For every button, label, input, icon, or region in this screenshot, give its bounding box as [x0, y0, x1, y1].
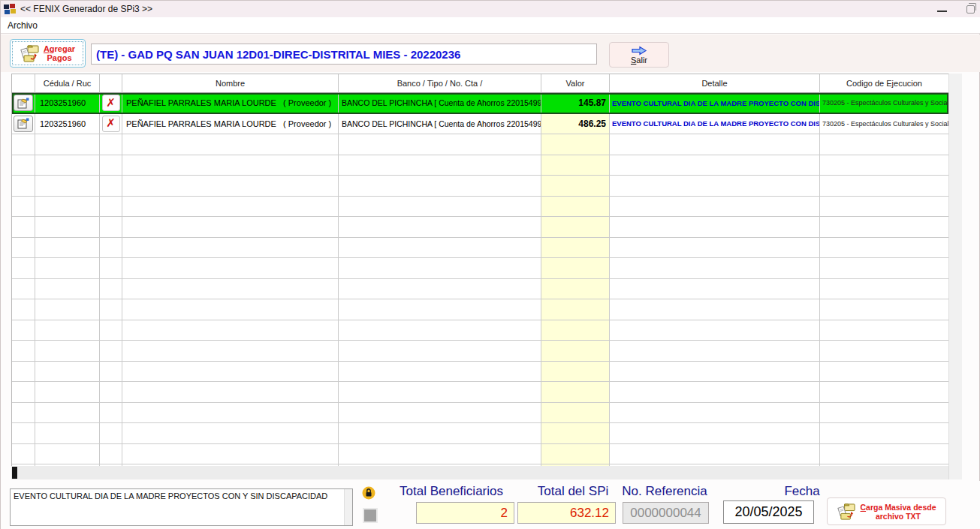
table-row[interactable]: 1203251960 ✗ PEÑAFIEL PARRALES MARIA LOU… [12, 114, 948, 135]
cell-nombre [122, 362, 339, 383]
cell-edit [12, 362, 35, 383]
cell-codigo [820, 341, 948, 362]
cell-delete [100, 258, 122, 279]
fecha-label: Fecha [768, 484, 836, 499]
cell-detalle [610, 279, 820, 300]
cell-detalle [610, 258, 820, 279]
cell-edit [12, 93, 35, 114]
grid-horizontal-scrollbar[interactable] [11, 466, 948, 479]
cell-banco [339, 238, 541, 259]
table-row[interactable] [12, 238, 948, 259]
cell-banco [339, 320, 541, 341]
table-row[interactable] [12, 362, 948, 383]
cell-nombre [122, 176, 339, 197]
table-row[interactable] [12, 197, 948, 218]
table-row[interactable] [12, 403, 948, 424]
table-row[interactable] [12, 258, 948, 279]
delete-row-button[interactable]: ✗ [102, 95, 120, 111]
table-row[interactable] [12, 155, 948, 176]
edit-form-icon [17, 118, 29, 129]
total-spi-field[interactable] [517, 502, 616, 524]
cell-cedula [35, 134, 100, 155]
cell-nombre: PEÑAFIEL PARRALES MARIA LOURDE ( Proveed… [122, 114, 339, 135]
cell-banco [339, 403, 541, 424]
delete-row-button[interactable]: ✗ [102, 116, 120, 132]
table-row[interactable] [12, 423, 948, 444]
menu-archivo[interactable]: Archivo [1, 19, 44, 32]
cell-banco: BANCO DEL PICHINCHA [ Cuenta de Ahorros … [339, 114, 541, 135]
cell-valor [541, 238, 610, 259]
table-row[interactable] [12, 444, 948, 465]
total-beneficiarios-field[interactable] [416, 502, 514, 524]
table-row[interactable] [12, 299, 948, 320]
toolbar: AgregarPagos Salir [1, 35, 980, 72]
window-title: << FENIX Generador de SPi3 >> [20, 4, 152, 14]
table-row[interactable] [12, 176, 948, 197]
minimize-button[interactable] [937, 11, 947, 12]
cell-nombre [122, 423, 339, 444]
cell-banco [339, 176, 541, 197]
cell-nombre [122, 155, 339, 176]
edit-row-button[interactable] [14, 116, 33, 132]
col-header-codigo: Codigo de Ejecucion [820, 74, 949, 93]
cell-edit [12, 299, 35, 320]
agregar-pagos-button[interactable]: AgregarPagos [10, 39, 86, 68]
cell-nombre: PEÑAFIEL PARRALES MARIA LOURDE ( Proveed… [122, 93, 339, 114]
menu-bar: Archivo [1, 17, 980, 34]
cell-valor [541, 444, 610, 465]
table-row[interactable] [12, 134, 948, 155]
table-row[interactable]: 1203251960 ✗ PEÑAFIEL PARRALES MARIA LOU… [12, 93, 948, 114]
table-row[interactable] [12, 341, 948, 362]
carga-masiva-button[interactable]: Carga Masiva desdearchivo TXT [827, 497, 946, 525]
cell-edit [12, 320, 35, 341]
col-header-nombre: Nombre [122, 74, 339, 93]
col-header-delete [100, 74, 122, 93]
fecha-field[interactable] [723, 500, 814, 524]
cell-valor [541, 258, 610, 279]
cell-codigo [820, 403, 948, 424]
cell-delete [100, 134, 122, 155]
cell-valor [541, 423, 610, 444]
cell-banco [339, 155, 541, 176]
cell-valor [541, 197, 610, 218]
detalle-textarea[interactable]: EVENTO CULTURAL DIA DE LA MADRE PROYECTO… [11, 489, 344, 525]
cell-edit [12, 258, 35, 279]
cell-codigo [820, 258, 948, 279]
gray-square-button[interactable] [363, 508, 378, 523]
agregar-pagos-label: AgregarPagos [44, 44, 75, 62]
scrollbar-thumb[interactable] [12, 467, 17, 479]
table-row[interactable] [12, 382, 948, 403]
cell-codigo [820, 444, 948, 465]
cell-valor [541, 320, 610, 341]
cell-codigo: 730205 - Espectáculos Culturales y Socia… [820, 114, 948, 135]
cell-codigo [820, 217, 948, 238]
cell-delete [100, 320, 122, 341]
cell-detalle [610, 217, 820, 238]
cell-nombre [122, 444, 339, 465]
entity-field[interactable] [91, 44, 597, 65]
carga-masiva-label: Carga Masiva desdearchivo TXT [861, 503, 936, 521]
salir-label: Salir [631, 56, 647, 65]
cell-detalle [610, 238, 820, 259]
grid-vertical-scrollbar[interactable] [948, 74, 962, 479]
app-window: << FENIX Generador de SPi3 >> Archivo [0, 0, 980, 529]
cell-banco [339, 341, 541, 362]
salir-button[interactable]: Salir [609, 42, 669, 68]
total-spi-label: Total del SPi [529, 484, 617, 499]
cell-delete [100, 341, 122, 362]
cell-banco [339, 197, 541, 218]
cell-delete [100, 155, 122, 176]
cell-banco [339, 217, 541, 238]
table-row[interactable] [12, 217, 948, 238]
edit-row-button[interactable] [14, 95, 33, 111]
cell-valor [541, 341, 610, 362]
cell-detalle [610, 320, 820, 341]
cell-valor [541, 155, 610, 176]
restore-button[interactable] [966, 5, 975, 14]
textarea-scrollbar[interactable] [344, 489, 352, 525]
cell-detalle [610, 362, 820, 383]
table-row[interactable] [12, 320, 948, 341]
cell-delete: ✗ [100, 114, 122, 135]
cell-edit [12, 341, 35, 362]
table-row[interactable] [12, 279, 948, 300]
